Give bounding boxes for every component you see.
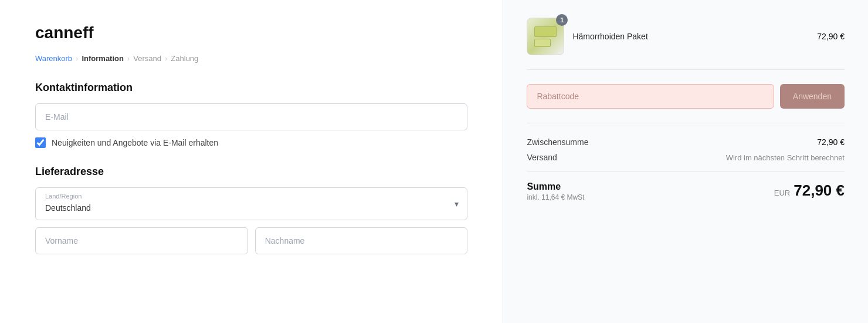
shipping-value: Wird im nächsten Schritt berechnet	[726, 153, 845, 162]
breadcrumb-zahlung: Zahlung	[171, 54, 198, 63]
product-box-bottom	[534, 39, 551, 47]
total-label: Summe	[527, 181, 584, 192]
product-image-wrap: 1	[527, 18, 564, 55]
total-divider	[527, 171, 845, 172]
breadcrumb-separator-3: ›	[165, 54, 167, 63]
left-panel: canneff Warenkorb › Information › Versan…	[0, 0, 503, 323]
total-amount-group: EUR 72,90 €	[774, 181, 845, 200]
subtotal-label: Zwischensumme	[527, 137, 588, 147]
contact-section-title: Kontaktinformation	[35, 82, 467, 94]
shipping-row: Versand Wird im nächsten Schritt berechn…	[527, 153, 845, 162]
total-label-group: Summe inkl. 11,64 € MwSt	[527, 181, 584, 201]
product-box-top	[534, 26, 557, 37]
shipping-section-title: Lieferadresse	[35, 166, 467, 178]
total-row: Summe inkl. 11,64 € MwSt EUR 72,90 €	[527, 181, 845, 201]
shipping-label: Versand	[527, 153, 557, 162]
subtotal-value: 72,90 €	[817, 137, 845, 147]
coupon-input[interactable]	[527, 84, 774, 109]
brand-title: canneff	[35, 23, 467, 42]
right-panel: 1 Hämorrhoiden Paket 72,90 € Anwenden Zw…	[503, 0, 868, 323]
product-price: 72,90 €	[817, 32, 845, 41]
breadcrumb-versand: Versand	[133, 54, 161, 63]
chevron-down-icon: ▾	[455, 199, 459, 208]
product-image-inner	[532, 24, 559, 49]
name-row	[35, 227, 467, 261]
email-input[interactable]	[35, 103, 467, 130]
country-select-value: Deutschland	[45, 203, 91, 213]
total-price: 72,90 €	[794, 181, 845, 200]
product-row: 1 Hämorrhoiden Paket 72,90 €	[527, 18, 845, 70]
newsletter-row: Neuigkeiten und Angebote via E-Mail erha…	[35, 137, 467, 148]
breadcrumb-warenkorb[interactable]: Warenkorb	[35, 54, 72, 63]
product-name: Hämorrhoiden Paket	[572, 32, 809, 41]
coupon-apply-button[interactable]: Anwenden	[780, 84, 845, 109]
firstname-input[interactable]	[35, 227, 248, 254]
country-select[interactable]: Land/Region Deutschland ▾	[35, 187, 467, 220]
breadcrumb-separator-1: ›	[76, 54, 78, 63]
coupon-row: Anwenden	[527, 84, 845, 123]
lastname-input[interactable]	[255, 227, 468, 254]
product-quantity-badge: 1	[556, 14, 568, 26]
country-select-wrapper: Land/Region Deutschland ▾	[35, 187, 467, 220]
total-currency: EUR	[774, 189, 790, 197]
total-sublabel: inkl. 11,64 € MwSt	[527, 193, 584, 201]
subtotal-row: Zwischensumme 72,90 €	[527, 137, 845, 147]
newsletter-checkbox[interactable]	[35, 137, 46, 148]
breadcrumb-information: Information	[82, 54, 124, 63]
breadcrumb: Warenkorb › Information › Versand › Zahl…	[35, 54, 467, 63]
newsletter-label: Neuigkeiten und Angebote via E-Mail erha…	[52, 138, 218, 147]
breadcrumb-separator-2: ›	[127, 54, 130, 63]
country-select-label: Land/Region	[45, 193, 82, 200]
